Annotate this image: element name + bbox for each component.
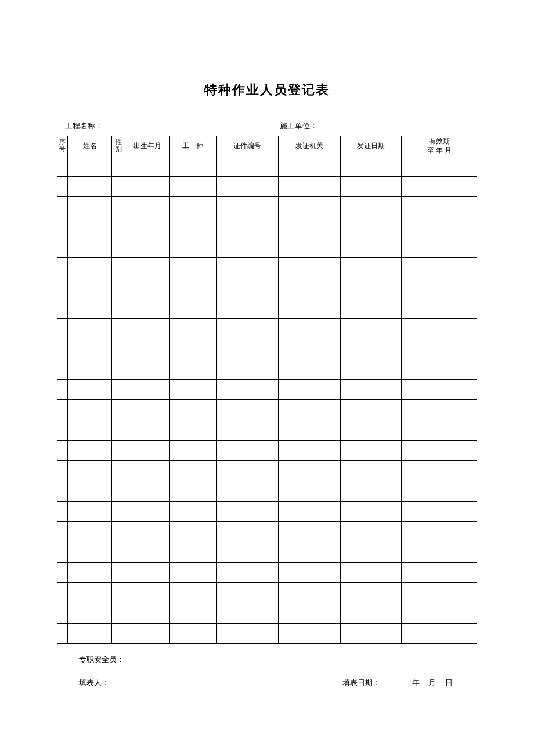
cell-issuer bbox=[278, 563, 340, 583]
filler-field: 填表人： bbox=[79, 678, 342, 688]
cell-issuer bbox=[278, 278, 340, 298]
cell-seq bbox=[57, 563, 68, 583]
cell-gender bbox=[111, 298, 125, 319]
cell-birth bbox=[125, 603, 170, 624]
cell-birth bbox=[125, 461, 170, 481]
cell-work bbox=[170, 502, 217, 522]
cell-work bbox=[170, 177, 217, 197]
cell-name bbox=[68, 542, 112, 563]
cell-issuedate bbox=[341, 380, 402, 400]
cell-birth bbox=[125, 583, 170, 603]
project-name-field: 工程名称： bbox=[65, 121, 280, 131]
header-seq: 序号 bbox=[57, 136, 68, 156]
cell-issuedate bbox=[341, 217, 402, 237]
cell-seq bbox=[57, 258, 68, 278]
cell-valid bbox=[402, 217, 477, 237]
cell-work bbox=[170, 380, 217, 400]
cell-seq bbox=[57, 156, 68, 177]
header-issuedate: 发证日期 bbox=[341, 136, 402, 156]
cell-seq bbox=[57, 624, 68, 644]
cell-seq bbox=[57, 583, 68, 603]
cell-work bbox=[170, 583, 217, 603]
cell-issuedate bbox=[341, 339, 402, 359]
cell-issuedate bbox=[341, 319, 402, 339]
cell-gender bbox=[111, 319, 125, 339]
table-body bbox=[57, 156, 477, 644]
cell-seq bbox=[57, 197, 68, 217]
cell-cert bbox=[216, 603, 278, 624]
cell-work bbox=[170, 237, 217, 258]
table-row bbox=[57, 319, 477, 339]
cell-seq bbox=[57, 441, 68, 461]
cell-issuedate bbox=[341, 298, 402, 319]
header-gender: 性别 bbox=[111, 136, 125, 156]
cell-issuedate bbox=[341, 603, 402, 624]
cell-name bbox=[68, 197, 112, 217]
cell-work bbox=[170, 400, 217, 420]
table-row bbox=[57, 441, 477, 461]
cell-issuedate bbox=[341, 563, 402, 583]
cell-cert bbox=[216, 542, 278, 563]
cell-seq bbox=[57, 278, 68, 298]
table-row bbox=[57, 278, 477, 298]
table-header-row: 序号 姓名 性别 出生年月 工 种 证件编号 发证机关 发证日期 有效期 至 年… bbox=[57, 136, 477, 156]
cell-name bbox=[68, 420, 112, 441]
cell-seq bbox=[57, 217, 68, 237]
table-row bbox=[57, 563, 477, 583]
cell-valid bbox=[402, 603, 477, 624]
cell-issuedate bbox=[341, 583, 402, 603]
cell-birth bbox=[125, 441, 170, 461]
cell-cert bbox=[216, 420, 278, 441]
cell-birth bbox=[125, 319, 170, 339]
cell-work bbox=[170, 197, 217, 217]
cell-name bbox=[68, 624, 112, 644]
cell-name bbox=[68, 400, 112, 420]
cell-issuedate bbox=[341, 542, 402, 563]
project-name-label: 工程名称： bbox=[65, 121, 103, 130]
cell-valid bbox=[402, 359, 477, 380]
cell-cert bbox=[216, 298, 278, 319]
cell-cert bbox=[216, 441, 278, 461]
cell-issuer bbox=[278, 461, 340, 481]
cell-birth bbox=[125, 258, 170, 278]
cell-issuer bbox=[278, 298, 340, 319]
cell-gender bbox=[111, 156, 125, 177]
table-row bbox=[57, 522, 477, 542]
cell-cert bbox=[216, 278, 278, 298]
cell-gender bbox=[111, 400, 125, 420]
header-birth: 出生年月 bbox=[125, 136, 170, 156]
cell-valid bbox=[402, 420, 477, 441]
cell-seq bbox=[57, 502, 68, 522]
cell-issuedate bbox=[341, 359, 402, 380]
cell-gender bbox=[111, 339, 125, 359]
cell-seq bbox=[57, 359, 68, 380]
table-row bbox=[57, 359, 477, 380]
cell-issuedate bbox=[341, 441, 402, 461]
table-row bbox=[57, 481, 477, 502]
table-row bbox=[57, 583, 477, 603]
cell-issuer bbox=[278, 237, 340, 258]
cell-issuer bbox=[278, 542, 340, 563]
cell-gender bbox=[111, 441, 125, 461]
header-issuer: 发证机关 bbox=[278, 136, 340, 156]
cell-name bbox=[68, 237, 112, 258]
cell-seq bbox=[57, 237, 68, 258]
cell-seq bbox=[57, 380, 68, 400]
cell-gender bbox=[111, 583, 125, 603]
cell-cert bbox=[216, 359, 278, 380]
cell-birth bbox=[125, 502, 170, 522]
cell-gender bbox=[111, 177, 125, 197]
cell-birth bbox=[125, 400, 170, 420]
cell-issuer bbox=[278, 319, 340, 339]
cell-name bbox=[68, 563, 112, 583]
cell-work bbox=[170, 217, 217, 237]
cell-work bbox=[170, 542, 217, 563]
cell-work bbox=[170, 319, 217, 339]
cell-issuer bbox=[278, 400, 340, 420]
table-row bbox=[57, 156, 477, 177]
cell-name bbox=[68, 583, 112, 603]
table-row bbox=[57, 502, 477, 522]
table-row bbox=[57, 624, 477, 644]
footer-row: 填表人： 填表日期： 年 月 日 bbox=[57, 678, 477, 688]
cell-cert bbox=[216, 156, 278, 177]
